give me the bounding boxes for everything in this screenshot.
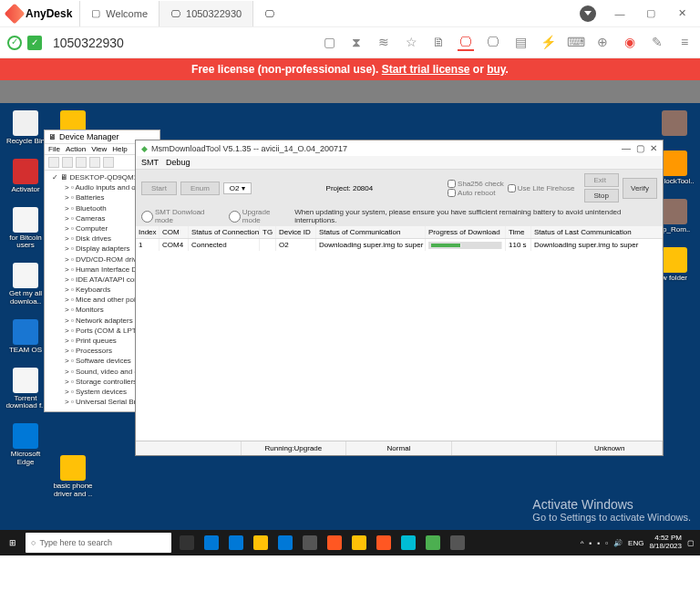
- desktop-icon[interactable]: Microsoft Edge: [4, 423, 47, 467]
- taskbar-app[interactable]: [396, 530, 420, 555]
- activate-windows: Activate Windows Go to Settings to activ…: [532, 497, 691, 523]
- desktop-icon[interactable]: TEAM OS: [4, 319, 47, 355]
- star-icon[interactable]: ☆: [403, 35, 419, 51]
- keyboard-icon[interactable]: ⌨: [567, 35, 583, 51]
- taskbar-app[interactable]: [446, 530, 469, 555]
- desktop-icon[interactable]: for Bitcoin users: [4, 207, 47, 251]
- anydesk-logo-icon: [5, 3, 26, 24]
- draw-icon[interactable]: ✎: [649, 35, 665, 51]
- sha-check[interactable]: Sha256 check: [448, 180, 504, 188]
- taskbar-app[interactable]: [249, 530, 273, 555]
- msm-close[interactable]: ✕: [650, 143, 657, 153]
- taskbar-app[interactable]: [372, 530, 396, 555]
- comment-icon[interactable]: ▤: [512, 35, 529, 51]
- privacy-icon[interactable]: ⊕: [594, 35, 611, 51]
- taskbar-app[interactable]: [175, 530, 199, 555]
- app-icon: [13, 159, 38, 184]
- upgrade-mode-radio[interactable]: Upgrade mode: [229, 208, 289, 224]
- hamburger-icon[interactable]: ≡: [676, 35, 693, 51]
- tray-chevron-icon[interactable]: ^: [581, 539, 584, 547]
- search-icon: ○: [31, 538, 36, 547]
- taskbar-app[interactable]: [200, 530, 223, 555]
- tab-new[interactable]: 🖵: [252, 1, 285, 26]
- icon-label: Activator: [11, 186, 39, 194]
- taskbar-app[interactable]: [273, 530, 297, 555]
- clock[interactable]: 4:52 PM8/18/2023: [649, 535, 682, 551]
- taskbar-app[interactable]: [323, 530, 346, 555]
- tb-btn[interactable]: [76, 157, 87, 168]
- tb-btn[interactable]: [103, 157, 114, 168]
- system-tray[interactable]: ^ ▪ ▪ ▫ 🔊 ENG 4:52 PM8/18/2023 ▢: [581, 535, 700, 551]
- menu-file[interactable]: File: [48, 145, 60, 153]
- enum-button[interactable]: Enum: [180, 182, 220, 195]
- taskbar[interactable]: ⊞ ○ Type here to search ^ ▪ ▪ ▫ 🔊 ENG 4:…: [0, 530, 700, 555]
- msm-statusbar: Running:Upgrade Normal Unknown: [136, 441, 663, 455]
- app-icon: [13, 423, 38, 449]
- desktop-icon[interactable]: Get my all downloa..: [4, 263, 47, 306]
- tab-session[interactable]: 🖵 1050322930: [159, 1, 252, 26]
- notifications-icon[interactable]: ▢: [687, 539, 695, 547]
- desktop-icon[interactable]: basic phone driver and ..: [51, 455, 95, 499]
- taskbar-app[interactable]: [224, 530, 248, 555]
- menu-smt[interactable]: SMT: [141, 158, 159, 167]
- target-select[interactable]: O2 ▾: [223, 182, 252, 194]
- msm-maximize[interactable]: ▢: [636, 143, 644, 153]
- desktop-icon[interactable]: [653, 110, 696, 138]
- search-box[interactable]: ○ Type here to search: [26, 533, 171, 553]
- tray-volume-icon[interactable]: 🔊: [613, 539, 623, 547]
- firehose-check[interactable]: Use Lite Firehose: [508, 184, 575, 192]
- desktop-icon[interactable]: Torrent download f..: [4, 368, 47, 411]
- download-mode-radio[interactable]: SMT Donwload mode: [141, 208, 223, 224]
- tb-btn[interactable]: [48, 157, 59, 168]
- menu-debug[interactable]: Debug: [166, 158, 190, 167]
- menu-action[interactable]: Action: [66, 145, 86, 153]
- start-button[interactable]: ⊞: [0, 530, 26, 555]
- tb-btn[interactable]: [62, 157, 73, 168]
- menu-help[interactable]: Help: [112, 145, 127, 153]
- bolt-icon[interactable]: ⚡: [540, 35, 556, 51]
- msm-titlebar[interactable]: ◆ MsmDownloadTool V5.1.35 -- avicii_14_O…: [136, 140, 663, 156]
- taskbar-app[interactable]: [298, 530, 322, 555]
- taskbar-app[interactable]: [347, 530, 371, 555]
- stack-icon[interactable]: ≋: [376, 35, 392, 51]
- stop-button[interactable]: Stop: [584, 189, 619, 202]
- msm-minimize[interactable]: —: [622, 143, 631, 153]
- menu-view[interactable]: View: [91, 145, 107, 153]
- verify-button[interactable]: Verify: [623, 178, 657, 199]
- tab-welcome[interactable]: ▢ Welcome: [79, 1, 159, 26]
- taskbar-app[interactable]: [421, 530, 445, 555]
- tray-icon[interactable]: ▪: [590, 539, 592, 547]
- tray-lang[interactable]: ENG: [628, 539, 643, 547]
- msm-menubar[interactable]: SMT Debug: [136, 156, 663, 170]
- table-row[interactable]: 1COM4 Connected O2Downloading super.img …: [136, 239, 663, 251]
- auto-reboot-check[interactable]: Auto reboot: [448, 189, 504, 197]
- exit-button[interactable]: Exit: [584, 173, 619, 187]
- tray-network-icon[interactable]: ▫: [605, 539, 608, 547]
- chat-icon[interactable]: ▢: [321, 35, 337, 51]
- rec-icon[interactable]: ◉: [622, 35, 638, 51]
- display-icon[interactable]: 🖵: [458, 35, 474, 51]
- icon-label: for Bitcoin users: [4, 234, 47, 251]
- close-button[interactable]: ✕: [667, 2, 696, 26]
- buy-link[interactable]: buy: [487, 63, 505, 76]
- hourglass-icon[interactable]: ⧗: [348, 35, 365, 51]
- tb-btn[interactable]: [89, 157, 100, 168]
- desktop-icon[interactable]: Activator: [4, 159, 47, 194]
- file-icon[interactable]: 🗎: [430, 35, 447, 51]
- start-button[interactable]: Start: [141, 182, 177, 195]
- desktop-icon[interactable]: Recycle Bin: [4, 110, 47, 146]
- maximize-button[interactable]: ▢: [636, 2, 665, 26]
- tray-icon[interactable]: ▪: [597, 539, 600, 547]
- remote-desktop[interactable]: Recycle BinActivatorfor Bitcoin usersGet…: [0, 103, 700, 555]
- desktop-icons-left: Recycle BinActivatorfor Bitcoin usersGet…: [4, 110, 47, 467]
- monitor2-icon[interactable]: 🖵: [485, 35, 501, 51]
- app-icon: [662, 247, 687, 273]
- trial-link[interactable]: Start trial license: [382, 63, 470, 76]
- app-icon: [327, 535, 342, 550]
- minimize-button[interactable]: —: [605, 2, 634, 26]
- anydesk-titlebar: AnyDesk ▢ Welcome 🖵 1050322930 🖵 — ▢ ✕: [0, 0, 700, 27]
- dropdown-icon[interactable]: [580, 5, 596, 22]
- remote-screen[interactable]: Recycle BinActivatorfor Bitcoin usersGet…: [0, 80, 700, 555]
- app-icon: [13, 110, 38, 136]
- msm-window[interactable]: ◆ MsmDownloadTool V5.1.35 -- avicii_14_O…: [135, 140, 664, 456]
